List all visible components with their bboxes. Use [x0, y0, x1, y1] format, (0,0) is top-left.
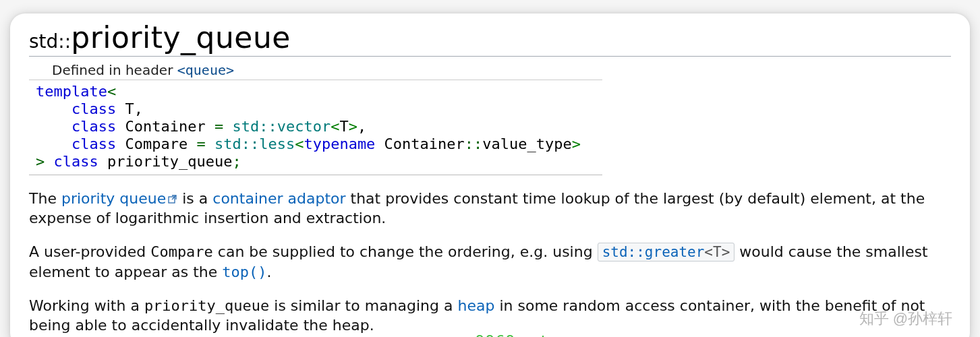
- doc-card: std::priority_queue Defined in header <q…: [10, 13, 970, 337]
- title-name: priority_queue: [71, 20, 291, 55]
- defined-prefix: Defined in header: [52, 62, 177, 78]
- priority-queue-code: priority_queue: [144, 297, 269, 314]
- template-declaration: template< class T, class Container = std…: [29, 80, 602, 175]
- title-namespace: std::: [29, 30, 71, 53]
- page-title: std::priority_queue: [29, 20, 951, 57]
- defined-in-header: Defined in header <queue>: [29, 59, 602, 80]
- paragraph-2: A user-provided Compare can be supplied …: [29, 242, 951, 282]
- heap-link[interactable]: heap: [458, 297, 495, 314]
- external-link-icon: [168, 189, 177, 209]
- compare-code: Compare: [150, 243, 213, 260]
- priority-queue-link[interactable]: priority queue: [61, 190, 166, 207]
- paragraph-3: Working with a priority_queue is similar…: [29, 296, 951, 336]
- header-link[interactable]: <queue>: [177, 62, 234, 78]
- paragraph-1: The priority queue is a container adapto…: [29, 189, 951, 228]
- top-link[interactable]: top(): [222, 264, 266, 280]
- std-greater-code: std::greater<T>: [598, 243, 735, 262]
- container-adaptor-link[interactable]: container adaptor: [212, 190, 345, 207]
